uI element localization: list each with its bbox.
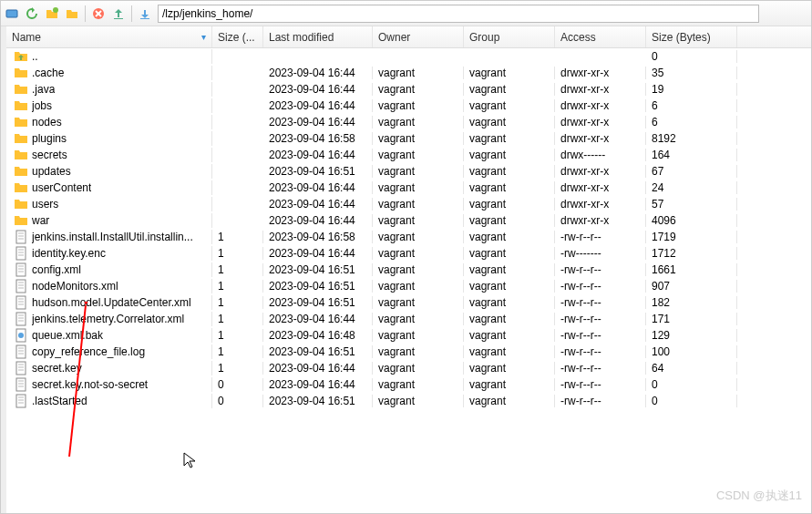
col-header-group[interactable]: Group	[464, 26, 555, 47]
table-row[interactable]: updates2023-09-04 16:51vagrantvagrantdrw…	[6, 163, 811, 180]
table-row[interactable]: .lastStarted02023-09-04 16:51vagrantvagr…	[6, 393, 811, 409]
table-row[interactable]: userContent2023-09-04 16:44vagrantvagran…	[6, 180, 811, 196]
new-folder-icon[interactable]	[45, 6, 59, 21]
file-name: userContent	[32, 181, 91, 194]
cell-owner: vagrant	[373, 345, 464, 358]
file-rows: ..0.cache2023-09-04 16:44vagrantvagrantd…	[6, 48, 811, 409]
folder-icon	[14, 180, 28, 195]
table-row[interactable]: jobs2023-09-04 16:44vagrantvagrantdrwxr-…	[6, 98, 811, 114]
cell-group: vagrant	[464, 149, 555, 161]
table-row[interactable]: plugins2023-09-04 16:58vagrantvagrantdrw…	[6, 130, 811, 147]
download-icon[interactable]	[138, 6, 152, 21]
cell-access: -rw-r--r--	[555, 280, 646, 293]
cell-modified: 2023-09-04 16:44	[263, 378, 373, 391]
svg-rect-9	[16, 247, 26, 260]
file-name: hudson.model.UpdateCenter.xml	[32, 296, 191, 309]
cell-group: vagrant	[464, 165, 555, 178]
cell-bytes: 0	[646, 378, 737, 391]
cell-size: 0	[212, 378, 263, 391]
file-icon	[14, 295, 28, 310]
table-row[interactable]: users2023-09-04 16:44vagrantvagrantdrwxr…	[6, 196, 811, 212]
upload-icon[interactable]	[111, 6, 126, 21]
cell-owner: vagrant	[373, 378, 464, 391]
table-row[interactable]: config.xml12023-09-04 16:51vagrantvagran…	[6, 262, 811, 278]
cell-bytes: 64	[646, 362, 737, 375]
col-header-name[interactable]: Name▾	[6, 26, 212, 47]
cell-owner: vagrant	[373, 395, 464, 407]
cell-modified: 2023-09-04 16:44	[263, 67, 373, 79]
cell-owner: vagrant	[373, 132, 464, 145]
file-icon	[14, 394, 28, 408]
col-header-size[interactable]: Size (...	[212, 26, 263, 47]
folder-icon	[14, 164, 28, 179]
table-row[interactable]: secret.key12023-09-04 16:44vagrantvagran…	[6, 360, 811, 376]
table-row[interactable]: nodeMonitors.xml12023-09-04 16:51vagrant…	[6, 278, 811, 294]
svg-rect-39	[16, 378, 26, 391]
cell-group: vagrant	[464, 247, 555, 260]
cell-owner: vagrant	[373, 329, 464, 342]
col-header-access[interactable]: Access	[555, 26, 646, 47]
cell-owner: vagrant	[373, 67, 464, 79]
table-row[interactable]: war2023-09-04 16:44vagrantvagrantdrwxr-x…	[6, 212, 811, 229]
cell-access: -rw-r--r--	[555, 263, 646, 276]
table-row[interactable]: secret.key.not-so-secret02023-09-04 16:4…	[6, 376, 811, 393]
file-name: secret.key	[32, 362, 82, 375]
tool-icon-1[interactable]	[5, 6, 19, 21]
col-header-modified[interactable]: Last modified	[263, 26, 373, 47]
table-row[interactable]: copy_reference_file.log12023-09-04 16:51…	[6, 344, 811, 360]
cell-size: 1	[212, 329, 263, 342]
cell-owner: vagrant	[373, 165, 464, 178]
col-header-bytes[interactable]: Size (Bytes)	[646, 26, 737, 47]
cell-modified: 2023-09-04 16:44	[263, 181, 373, 194]
svg-point-30	[18, 333, 24, 338]
cell-owner: vagrant	[373, 231, 464, 243]
path-input[interactable]	[158, 5, 759, 23]
file-name: config.xml	[32, 263, 81, 276]
refresh-icon[interactable]	[25, 6, 39, 21]
svg-rect-35	[16, 362, 26, 375]
cell-modified: 2023-09-04 16:44	[263, 149, 373, 161]
folder-icon[interactable]	[65, 6, 79, 21]
cell-bytes: 57	[646, 198, 737, 211]
col-header-owner[interactable]: Owner	[373, 26, 464, 47]
cell-owner: vagrant	[373, 116, 464, 128]
table-row[interactable]: jenkins.telemetry.Correlator.xml12023-09…	[6, 311, 811, 327]
file-name: secret.key.not-so-secret	[32, 378, 148, 391]
cell-owner: vagrant	[373, 280, 464, 293]
parent-dir-row[interactable]: ..0	[6, 48, 811, 65]
cell-modified: 2023-09-04 16:51	[263, 345, 373, 358]
file-name: copy_reference_file.log	[32, 345, 145, 358]
cell-group: vagrant	[464, 99, 555, 112]
cell-group: vagrant	[464, 83, 555, 96]
cell-bytes: 8192	[646, 132, 737, 145]
cell-modified: 2023-09-04 16:58	[263, 231, 373, 243]
table-row[interactable]: nodes2023-09-04 16:44vagrantvagrantdrwxr…	[6, 114, 811, 130]
cell-access: drwxr-xr-x	[555, 83, 646, 96]
file-icon	[14, 361, 28, 375]
table-row[interactable]: queue.xml.bak12023-09-04 16:48vagrantvag…	[6, 327, 811, 344]
svg-rect-13	[16, 263, 26, 276]
delete-icon[interactable]	[91, 6, 106, 21]
cell-modified: 2023-09-04 16:44	[263, 83, 373, 96]
cell-access: drwxr-xr-x	[555, 165, 646, 178]
table-row[interactable]: secrets2023-09-04 16:44vagrantvagrantdrw…	[6, 147, 811, 163]
file-icon	[14, 262, 28, 277]
table-row[interactable]: jenkins.install.InstallUtil.installin...…	[6, 229, 811, 245]
table-row[interactable]: hudson.model.UpdateCenter.xml12023-09-04…	[6, 294, 811, 311]
table-row[interactable]: .java2023-09-04 16:44vagrantvagrantdrwxr…	[6, 81, 811, 98]
folder-icon	[14, 115, 28, 129]
table-row[interactable]: .cache2023-09-04 16:44vagrantvagrantdrwx…	[6, 65, 811, 81]
file-name: nodes	[32, 116, 62, 128]
cell-bytes: 35	[646, 67, 737, 79]
cell-owner: vagrant	[373, 247, 464, 260]
cell-bytes: 182	[646, 296, 737, 309]
cell-modified: 2023-09-04 16:44	[263, 362, 373, 375]
table-row[interactable]: identity.key.enc12023-09-04 16:44vagrant…	[6, 245, 811, 262]
file-panel: Name▾ Size (... Last modified Owner Grou…	[1, 26, 811, 513]
cell-size: 0	[212, 395, 263, 407]
cell-access: drwx------	[555, 149, 646, 161]
cell-bytes: 164	[646, 149, 737, 161]
cell-access: -rw-r--r--	[555, 313, 646, 325]
cell-owner: vagrant	[373, 149, 464, 161]
cell-access: -rw-------	[555, 247, 646, 260]
